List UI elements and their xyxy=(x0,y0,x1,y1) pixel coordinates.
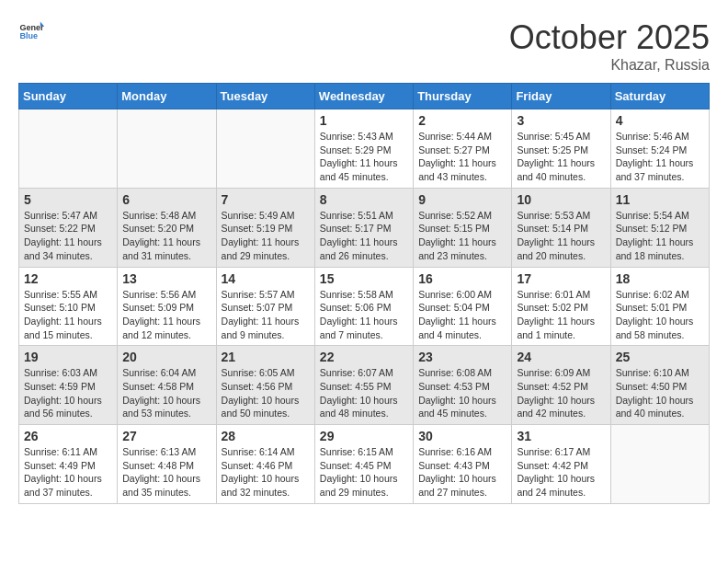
day-number: 2 xyxy=(418,113,506,128)
calendar-week-row-4: 19Sunrise: 6:03 AM Sunset: 4:59 PM Dayli… xyxy=(19,346,710,425)
calendar-cell: 22Sunrise: 6:07 AM Sunset: 4:55 PM Dayli… xyxy=(314,346,413,425)
day-number: 24 xyxy=(517,350,605,364)
calendar-cell: 17Sunrise: 6:01 AM Sunset: 5:02 PM Dayli… xyxy=(512,267,610,346)
day-number: 29 xyxy=(320,429,408,443)
day-number: 8 xyxy=(320,192,408,207)
logo-icon: General Blue xyxy=(18,18,44,44)
calendar-cell: 20Sunrise: 6:04 AM Sunset: 4:58 PM Dayli… xyxy=(118,346,216,425)
calendar-cell xyxy=(19,109,118,189)
calendar-cell: 11Sunrise: 5:54 AM Sunset: 5:12 PM Dayli… xyxy=(610,188,709,267)
day-info: Sunrise: 5:57 AM Sunset: 5:07 PM Dayligh… xyxy=(222,288,310,342)
calendar-cell xyxy=(216,109,314,189)
day-number: 21 xyxy=(222,350,310,364)
day-info: Sunrise: 6:07 AM Sunset: 4:55 PM Dayligh… xyxy=(320,366,408,420)
calendar-cell: 7Sunrise: 5:49 AM Sunset: 5:19 PM Daylig… xyxy=(216,188,314,267)
day-info: Sunrise: 5:58 AM Sunset: 5:06 PM Dayligh… xyxy=(320,288,408,342)
day-info: Sunrise: 6:01 AM Sunset: 5:02 PM Dayligh… xyxy=(517,288,605,342)
day-number: 16 xyxy=(418,271,506,286)
day-number: 23 xyxy=(418,350,506,364)
day-number: 22 xyxy=(320,350,408,364)
day-number: 20 xyxy=(122,350,210,364)
calendar-cell: 19Sunrise: 6:03 AM Sunset: 4:59 PM Dayli… xyxy=(19,346,118,425)
calendar-cell: 30Sunrise: 6:16 AM Sunset: 4:43 PM Dayli… xyxy=(414,425,512,504)
day-number: 31 xyxy=(517,429,605,443)
calendar-cell: 18Sunrise: 6:02 AM Sunset: 5:01 PM Dayli… xyxy=(610,267,709,346)
title-area: October 2025 Khazar, Russia xyxy=(509,18,710,74)
weekday-header-sunday: Sunday xyxy=(19,84,118,109)
calendar-week-row-2: 5Sunrise: 5:47 AM Sunset: 5:22 PM Daylig… xyxy=(19,188,710,267)
calendar-cell: 25Sunrise: 6:10 AM Sunset: 4:50 PM Dayli… xyxy=(610,346,709,425)
logo: General Blue xyxy=(18,18,44,44)
calendar-cell: 27Sunrise: 6:13 AM Sunset: 4:48 PM Dayli… xyxy=(118,425,216,504)
day-info: Sunrise: 5:53 AM Sunset: 5:14 PM Dayligh… xyxy=(517,209,605,263)
day-info: Sunrise: 5:48 AM Sunset: 5:20 PM Dayligh… xyxy=(122,209,210,263)
day-info: Sunrise: 5:46 AM Sunset: 5:24 PM Dayligh… xyxy=(616,130,704,184)
day-number: 10 xyxy=(517,192,605,207)
calendar-cell: 29Sunrise: 6:15 AM Sunset: 4:45 PM Dayli… xyxy=(314,425,413,504)
day-number: 18 xyxy=(616,271,704,286)
day-number: 11 xyxy=(616,192,704,207)
calendar-cell: 24Sunrise: 6:09 AM Sunset: 4:52 PM Dayli… xyxy=(512,346,610,425)
weekday-header-wednesday: Wednesday xyxy=(314,84,413,109)
day-info: Sunrise: 5:52 AM Sunset: 5:15 PM Dayligh… xyxy=(418,209,506,263)
calendar-cell: 31Sunrise: 6:17 AM Sunset: 4:42 PM Dayli… xyxy=(512,425,610,504)
day-info: Sunrise: 6:09 AM Sunset: 4:52 PM Dayligh… xyxy=(517,366,605,420)
day-info: Sunrise: 5:44 AM Sunset: 5:27 PM Dayligh… xyxy=(418,130,506,184)
calendar-cell: 16Sunrise: 6:00 AM Sunset: 5:04 PM Dayli… xyxy=(414,267,512,346)
day-number: 15 xyxy=(320,271,408,286)
day-number: 17 xyxy=(517,271,605,286)
day-info: Sunrise: 6:17 AM Sunset: 4:42 PM Dayligh… xyxy=(517,445,605,500)
calendar-cell: 10Sunrise: 5:53 AM Sunset: 5:14 PM Dayli… xyxy=(512,188,610,267)
calendar-cell xyxy=(118,109,216,189)
day-info: Sunrise: 6:14 AM Sunset: 4:46 PM Dayligh… xyxy=(222,445,310,500)
day-info: Sunrise: 6:05 AM Sunset: 4:56 PM Dayligh… xyxy=(222,366,310,420)
day-info: Sunrise: 6:16 AM Sunset: 4:43 PM Dayligh… xyxy=(418,445,506,500)
day-number: 7 xyxy=(222,192,310,207)
calendar-cell: 23Sunrise: 6:08 AM Sunset: 4:53 PM Dayli… xyxy=(414,346,512,425)
calendar-cell: 28Sunrise: 6:14 AM Sunset: 4:46 PM Dayli… xyxy=(216,425,314,504)
day-number: 4 xyxy=(616,113,704,128)
day-info: Sunrise: 5:54 AM Sunset: 5:12 PM Dayligh… xyxy=(616,209,704,263)
calendar-cell: 9Sunrise: 5:52 AM Sunset: 5:15 PM Daylig… xyxy=(414,188,512,267)
day-number: 1 xyxy=(320,113,408,128)
calendar-cell: 13Sunrise: 5:56 AM Sunset: 5:09 PM Dayli… xyxy=(118,267,216,346)
day-number: 9 xyxy=(418,192,506,207)
calendar-cell: 1Sunrise: 5:43 AM Sunset: 5:29 PM Daylig… xyxy=(314,109,413,189)
weekday-header-monday: Monday xyxy=(118,84,216,109)
location-title: Khazar, Russia xyxy=(509,57,710,74)
calendar-cell: 4Sunrise: 5:46 AM Sunset: 5:24 PM Daylig… xyxy=(610,109,709,189)
page-header: General Blue October 2025 Khazar, Russia xyxy=(18,18,710,74)
day-number: 13 xyxy=(122,271,210,286)
day-info: Sunrise: 6:04 AM Sunset: 4:58 PM Dayligh… xyxy=(122,366,210,420)
svg-text:Blue: Blue xyxy=(19,31,38,40)
day-info: Sunrise: 5:51 AM Sunset: 5:17 PM Dayligh… xyxy=(320,209,408,263)
calendar-cell: 15Sunrise: 5:58 AM Sunset: 5:06 PM Dayli… xyxy=(314,267,413,346)
day-number: 19 xyxy=(24,350,112,364)
calendar-cell: 12Sunrise: 5:55 AM Sunset: 5:10 PM Dayli… xyxy=(19,267,118,346)
day-number: 5 xyxy=(24,192,112,207)
day-number: 26 xyxy=(24,429,112,443)
day-number: 28 xyxy=(222,429,310,443)
day-number: 14 xyxy=(222,271,310,286)
day-number: 12 xyxy=(24,271,112,286)
weekday-header-friday: Friday xyxy=(512,84,610,109)
day-info: Sunrise: 5:47 AM Sunset: 5:22 PM Dayligh… xyxy=(24,209,112,263)
day-number: 6 xyxy=(122,192,210,207)
day-info: Sunrise: 6:11 AM Sunset: 4:49 PM Dayligh… xyxy=(24,445,112,500)
day-info: Sunrise: 6:15 AM Sunset: 4:45 PM Dayligh… xyxy=(320,445,408,500)
day-info: Sunrise: 6:03 AM Sunset: 4:59 PM Dayligh… xyxy=(24,366,112,420)
weekday-header-saturday: Saturday xyxy=(610,84,709,109)
calendar-cell: 21Sunrise: 6:05 AM Sunset: 4:56 PM Dayli… xyxy=(216,346,314,425)
day-info: Sunrise: 5:45 AM Sunset: 5:25 PM Dayligh… xyxy=(517,130,605,184)
weekday-header-row: SundayMondayTuesdayWednesdayThursdayFrid… xyxy=(19,84,710,109)
month-title: October 2025 xyxy=(509,18,710,57)
calendar-week-row-5: 26Sunrise: 6:11 AM Sunset: 4:49 PM Dayli… xyxy=(19,425,710,504)
day-number: 25 xyxy=(616,350,704,364)
day-number: 3 xyxy=(517,113,605,128)
day-number: 27 xyxy=(122,429,210,443)
day-info: Sunrise: 5:43 AM Sunset: 5:29 PM Dayligh… xyxy=(320,130,408,184)
day-info: Sunrise: 6:08 AM Sunset: 4:53 PM Dayligh… xyxy=(418,366,506,420)
weekday-header-tuesday: Tuesday xyxy=(216,84,314,109)
calendar-week-row-3: 12Sunrise: 5:55 AM Sunset: 5:10 PM Dayli… xyxy=(19,267,710,346)
calendar-cell xyxy=(610,425,709,504)
